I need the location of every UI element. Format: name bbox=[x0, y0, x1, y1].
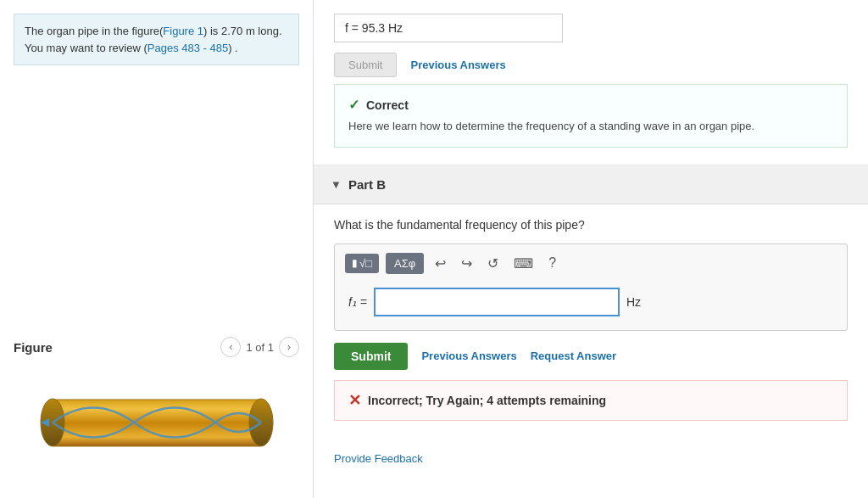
part-a-action-row: Submit Previous Answers bbox=[334, 53, 848, 77]
var-label: f₁ = bbox=[348, 295, 367, 309]
reset-button[interactable]: ↺ bbox=[483, 253, 503, 274]
template-icon: ▮ bbox=[352, 257, 358, 269]
left-panel: The organ pipe in the figure(Figure 1) i… bbox=[0, 0, 314, 498]
feedback-section: Provide Feedback bbox=[314, 438, 868, 478]
part-b-prev-answers-link[interactable]: Previous Answers bbox=[421, 350, 516, 362]
part-b-section: ▼ Part B What is the fundamental frequen… bbox=[314, 165, 868, 438]
prev-figure-button[interactable]: ‹ bbox=[220, 337, 241, 357]
unit-label: Hz bbox=[626, 295, 641, 309]
problem-text-1: The organ pipe in the figure( bbox=[25, 25, 163, 37]
correct-check-icon: ✓ bbox=[348, 97, 359, 113]
part-a-answer-row: f = 95.3 Hz bbox=[334, 14, 848, 42]
part-b-header: ▼ Part B bbox=[314, 165, 868, 204]
collapse-arrow-icon[interactable]: ▼ bbox=[331, 178, 342, 191]
correct-description: Here we learn how to determine the frequ… bbox=[348, 118, 833, 135]
review-end: ) . bbox=[228, 42, 238, 54]
figure-image bbox=[14, 366, 299, 484]
figure-count: 1 of 1 bbox=[246, 341, 274, 354]
part-a-answer-box: f = 95.3 Hz bbox=[334, 14, 563, 42]
figure-label: Figure bbox=[14, 340, 53, 355]
request-answer-link[interactable]: Request Answer bbox=[531, 350, 616, 362]
incorrect-x-icon: ✕ bbox=[348, 391, 361, 410]
figure-nav: ‹ 1 of 1 › bbox=[220, 337, 299, 357]
part-a-section: f = 95.3 Hz Submit Previous Answers ✓ Co… bbox=[314, 0, 868, 165]
redo-button[interactable]: ↪ bbox=[457, 253, 476, 274]
problem-text: The organ pipe in the figure(Figure 1) i… bbox=[14, 14, 299, 65]
review-text: You may want to review ( bbox=[25, 42, 147, 54]
keyboard-button[interactable]: ⌨ bbox=[509, 253, 537, 274]
part-b-answer-input[interactable] bbox=[374, 288, 620, 316]
symbol-button[interactable]: ΑΣφ bbox=[386, 253, 424, 274]
sqrt-icon: √□ bbox=[359, 257, 372, 270]
part-b-content: What is the fundamental frequency of thi… bbox=[314, 204, 868, 438]
part-b-input-row: f₁ = Hz bbox=[345, 283, 837, 322]
undo-button[interactable]: ↩ bbox=[431, 253, 450, 274]
part-b-submit-button[interactable]: Submit bbox=[334, 343, 408, 370]
math-template-button[interactable]: ▮ √□ bbox=[345, 254, 379, 273]
part-b-question: What is the fundamental frequency of thi… bbox=[334, 218, 848, 232]
pages-link[interactable]: Pages 483 - 485 bbox=[147, 42, 228, 54]
part-a-prev-answers-link[interactable]: Previous Answers bbox=[410, 59, 505, 71]
toolbar-icons-row: ▮ √□ ΑΣφ ↩ ↪ ↺ ⌨ ? bbox=[345, 253, 837, 274]
figure-header: Figure ‹ 1 of 1 › bbox=[14, 337, 299, 357]
part-b-submit-row: Submit Previous Answers Request Answer bbox=[334, 343, 848, 370]
part-a-submit-button: Submit bbox=[334, 53, 397, 77]
incorrect-box: ✕ Incorrect; Try Again; 4 attempts remai… bbox=[334, 380, 848, 421]
correct-title: Correct bbox=[366, 98, 409, 112]
svg-rect-0 bbox=[51, 400, 263, 446]
incorrect-text: Incorrect; Try Again; 4 attempts remaini… bbox=[368, 394, 606, 407]
next-figure-button[interactable]: › bbox=[279, 337, 299, 357]
help-button[interactable]: ? bbox=[544, 253, 560, 273]
figure-section: Figure ‹ 1 of 1 › bbox=[14, 337, 299, 484]
correct-box: ✓ Correct Here we learn how to determine… bbox=[334, 84, 848, 148]
part-b-title: Part B bbox=[348, 177, 386, 192]
figure-link[interactable]: Figure 1 bbox=[163, 25, 203, 37]
feedback-link[interactable]: Provide Feedback bbox=[334, 452, 423, 465]
correct-header: ✓ Correct bbox=[348, 97, 833, 113]
organ-pipe-svg bbox=[25, 374, 288, 467]
problem-text-2: ) is 2.70 m long. bbox=[203, 25, 282, 37]
right-panel: f = 95.3 Hz Submit Previous Answers ✓ Co… bbox=[314, 0, 868, 498]
math-toolbar: ▮ √□ ΑΣφ ↩ ↪ ↺ ⌨ ? f₁ = Hz bbox=[334, 243, 848, 331]
